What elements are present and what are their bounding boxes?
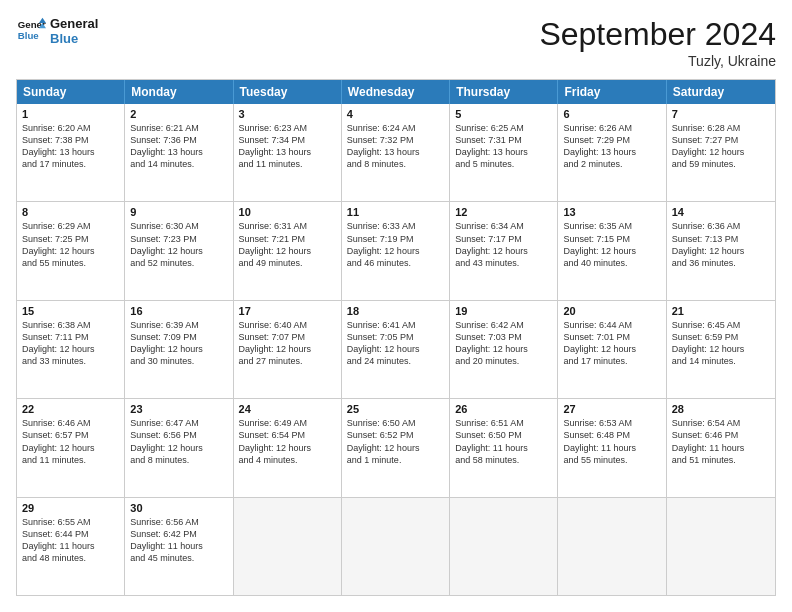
empty-cell <box>450 498 558 595</box>
day-info: Sunrise: 6:20 AM Sunset: 7:38 PM Dayligh… <box>22 122 119 171</box>
week-row-3: 15Sunrise: 6:38 AM Sunset: 7:11 PM Dayli… <box>17 301 775 399</box>
day-info: Sunrise: 6:28 AM Sunset: 7:27 PM Dayligh… <box>672 122 770 171</box>
logo-line2: Blue <box>50 31 98 46</box>
day-info: Sunrise: 6:26 AM Sunset: 7:29 PM Dayligh… <box>563 122 660 171</box>
day-info: Sunrise: 6:39 AM Sunset: 7:09 PM Dayligh… <box>130 319 227 368</box>
empty-cell <box>667 498 775 595</box>
day-info: Sunrise: 6:42 AM Sunset: 7:03 PM Dayligh… <box>455 319 552 368</box>
day-number: 17 <box>239 305 336 317</box>
day-number: 25 <box>347 403 444 415</box>
week-row-4: 22Sunrise: 6:46 AM Sunset: 6:57 PM Dayli… <box>17 399 775 497</box>
day-info: Sunrise: 6:40 AM Sunset: 7:07 PM Dayligh… <box>239 319 336 368</box>
day-number: 2 <box>130 108 227 120</box>
day-info: Sunrise: 6:33 AM Sunset: 7:19 PM Dayligh… <box>347 220 444 269</box>
header-day-sunday: Sunday <box>17 80 125 104</box>
day-cell-3: 3Sunrise: 6:23 AM Sunset: 7:34 PM Daylig… <box>234 104 342 201</box>
day-number: 21 <box>672 305 770 317</box>
day-number: 30 <box>130 502 227 514</box>
day-info: Sunrise: 6:55 AM Sunset: 6:44 PM Dayligh… <box>22 516 119 565</box>
day-cell-21: 21Sunrise: 6:45 AM Sunset: 6:59 PM Dayli… <box>667 301 775 398</box>
day-number: 16 <box>130 305 227 317</box>
day-number: 3 <box>239 108 336 120</box>
day-info: Sunrise: 6:44 AM Sunset: 7:01 PM Dayligh… <box>563 319 660 368</box>
day-info: Sunrise: 6:25 AM Sunset: 7:31 PM Dayligh… <box>455 122 552 171</box>
day-cell-6: 6Sunrise: 6:26 AM Sunset: 7:29 PM Daylig… <box>558 104 666 201</box>
empty-cell <box>558 498 666 595</box>
day-cell-20: 20Sunrise: 6:44 AM Sunset: 7:01 PM Dayli… <box>558 301 666 398</box>
day-number: 14 <box>672 206 770 218</box>
header-day-saturday: Saturday <box>667 80 775 104</box>
day-number: 1 <box>22 108 119 120</box>
day-number: 11 <box>347 206 444 218</box>
week-row-2: 8Sunrise: 6:29 AM Sunset: 7:25 PM Daylig… <box>17 202 775 300</box>
day-info: Sunrise: 6:50 AM Sunset: 6:52 PM Dayligh… <box>347 417 444 466</box>
day-number: 6 <box>563 108 660 120</box>
empty-cell <box>234 498 342 595</box>
day-cell-22: 22Sunrise: 6:46 AM Sunset: 6:57 PM Dayli… <box>17 399 125 496</box>
day-cell-27: 27Sunrise: 6:53 AM Sunset: 6:48 PM Dayli… <box>558 399 666 496</box>
day-cell-16: 16Sunrise: 6:39 AM Sunset: 7:09 PM Dayli… <box>125 301 233 398</box>
day-cell-11: 11Sunrise: 6:33 AM Sunset: 7:19 PM Dayli… <box>342 202 450 299</box>
day-number: 13 <box>563 206 660 218</box>
day-cell-12: 12Sunrise: 6:34 AM Sunset: 7:17 PM Dayli… <box>450 202 558 299</box>
day-cell-29: 29Sunrise: 6:55 AM Sunset: 6:44 PM Dayli… <box>17 498 125 595</box>
month-title: September 2024 <box>539 16 776 53</box>
day-number: 22 <box>22 403 119 415</box>
header-day-thursday: Thursday <box>450 80 558 104</box>
day-info: Sunrise: 6:49 AM Sunset: 6:54 PM Dayligh… <box>239 417 336 466</box>
day-cell-25: 25Sunrise: 6:50 AM Sunset: 6:52 PM Dayli… <box>342 399 450 496</box>
day-info: Sunrise: 6:23 AM Sunset: 7:34 PM Dayligh… <box>239 122 336 171</box>
day-number: 10 <box>239 206 336 218</box>
day-info: Sunrise: 6:54 AM Sunset: 6:46 PM Dayligh… <box>672 417 770 466</box>
day-info: Sunrise: 6:36 AM Sunset: 7:13 PM Dayligh… <box>672 220 770 269</box>
header-day-tuesday: Tuesday <box>234 80 342 104</box>
logo: General Blue General Blue <box>16 16 98 46</box>
day-info: Sunrise: 6:45 AM Sunset: 6:59 PM Dayligh… <box>672 319 770 368</box>
day-number: 24 <box>239 403 336 415</box>
day-cell-9: 9Sunrise: 6:30 AM Sunset: 7:23 PM Daylig… <box>125 202 233 299</box>
day-number: 8 <box>22 206 119 218</box>
day-info: Sunrise: 6:47 AM Sunset: 6:56 PM Dayligh… <box>130 417 227 466</box>
day-cell-1: 1Sunrise: 6:20 AM Sunset: 7:38 PM Daylig… <box>17 104 125 201</box>
day-cell-4: 4Sunrise: 6:24 AM Sunset: 7:32 PM Daylig… <box>342 104 450 201</box>
header-day-monday: Monday <box>125 80 233 104</box>
day-info: Sunrise: 6:41 AM Sunset: 7:05 PM Dayligh… <box>347 319 444 368</box>
day-number: 9 <box>130 206 227 218</box>
calendar-body: 1Sunrise: 6:20 AM Sunset: 7:38 PM Daylig… <box>17 104 775 595</box>
day-cell-30: 30Sunrise: 6:56 AM Sunset: 6:42 PM Dayli… <box>125 498 233 595</box>
day-info: Sunrise: 6:35 AM Sunset: 7:15 PM Dayligh… <box>563 220 660 269</box>
day-cell-17: 17Sunrise: 6:40 AM Sunset: 7:07 PM Dayli… <box>234 301 342 398</box>
day-info: Sunrise: 6:38 AM Sunset: 7:11 PM Dayligh… <box>22 319 119 368</box>
day-number: 12 <box>455 206 552 218</box>
week-row-1: 1Sunrise: 6:20 AM Sunset: 7:38 PM Daylig… <box>17 104 775 202</box>
day-cell-5: 5Sunrise: 6:25 AM Sunset: 7:31 PM Daylig… <box>450 104 558 201</box>
day-number: 28 <box>672 403 770 415</box>
day-cell-26: 26Sunrise: 6:51 AM Sunset: 6:50 PM Dayli… <box>450 399 558 496</box>
week-row-5: 29Sunrise: 6:55 AM Sunset: 6:44 PM Dayli… <box>17 498 775 595</box>
location: Tuzly, Ukraine <box>539 53 776 69</box>
day-number: 19 <box>455 305 552 317</box>
day-cell-23: 23Sunrise: 6:47 AM Sunset: 6:56 PM Dayli… <box>125 399 233 496</box>
day-number: 4 <box>347 108 444 120</box>
day-cell-13: 13Sunrise: 6:35 AM Sunset: 7:15 PM Dayli… <box>558 202 666 299</box>
day-info: Sunrise: 6:24 AM Sunset: 7:32 PM Dayligh… <box>347 122 444 171</box>
day-info: Sunrise: 6:29 AM Sunset: 7:25 PM Dayligh… <box>22 220 119 269</box>
day-cell-15: 15Sunrise: 6:38 AM Sunset: 7:11 PM Dayli… <box>17 301 125 398</box>
svg-text:Blue: Blue <box>18 30 40 41</box>
day-cell-10: 10Sunrise: 6:31 AM Sunset: 7:21 PM Dayli… <box>234 202 342 299</box>
day-info: Sunrise: 6:56 AM Sunset: 6:42 PM Dayligh… <box>130 516 227 565</box>
day-info: Sunrise: 6:21 AM Sunset: 7:36 PM Dayligh… <box>130 122 227 171</box>
calendar: SundayMondayTuesdayWednesdayThursdayFrid… <box>16 79 776 596</box>
day-info: Sunrise: 6:53 AM Sunset: 6:48 PM Dayligh… <box>563 417 660 466</box>
day-number: 26 <box>455 403 552 415</box>
title-block: September 2024 Tuzly, Ukraine <box>539 16 776 69</box>
day-info: Sunrise: 6:31 AM Sunset: 7:21 PM Dayligh… <box>239 220 336 269</box>
day-number: 18 <box>347 305 444 317</box>
empty-cell <box>342 498 450 595</box>
day-number: 7 <box>672 108 770 120</box>
day-info: Sunrise: 6:46 AM Sunset: 6:57 PM Dayligh… <box>22 417 119 466</box>
day-number: 23 <box>130 403 227 415</box>
day-info: Sunrise: 6:34 AM Sunset: 7:17 PM Dayligh… <box>455 220 552 269</box>
day-number: 27 <box>563 403 660 415</box>
day-cell-28: 28Sunrise: 6:54 AM Sunset: 6:46 PM Dayli… <box>667 399 775 496</box>
